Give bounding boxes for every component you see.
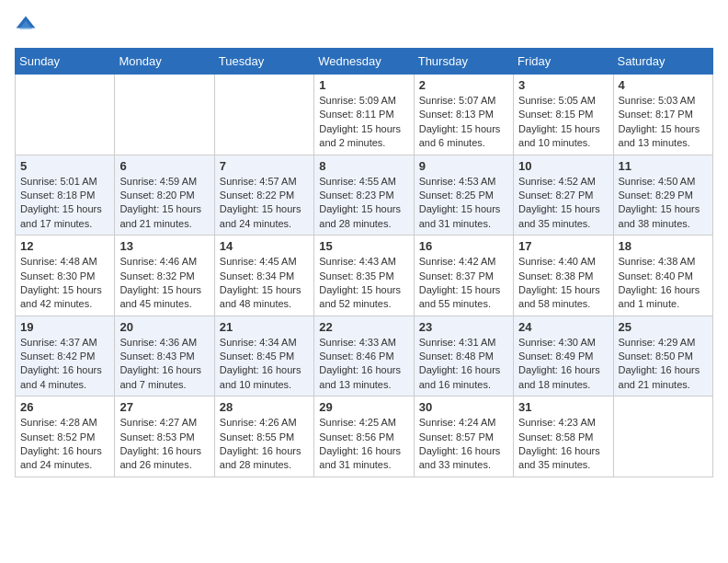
calendar-cell: 31Sunrise: 4:23 AMSunset: 8:58 PMDayligh… [514,396,613,477]
day-number: 27 [119,400,209,414]
calendar-cell: 22Sunrise: 4:33 AMSunset: 8:46 PMDayligh… [314,316,414,396]
calendar-week-row: 1Sunrise: 5:09 AMSunset: 8:11 PMDaylight… [16,75,713,155]
calendar-cell: 23Sunrise: 4:31 AMSunset: 8:48 PMDayligh… [414,316,513,396]
day-info: Sunrise: 5:07 AMSunset: 8:13 PMDaylight:… [419,94,508,151]
day-info: Sunrise: 4:24 AMSunset: 8:57 PMDaylight:… [419,416,508,473]
day-info: Sunrise: 4:52 AMSunset: 8:27 PMDaylight:… [518,175,608,232]
calendar-cell: 7Sunrise: 4:57 AMSunset: 8:22 PMDaylight… [214,155,313,236]
generalblue-logo-icon [15,15,37,37]
calendar-cell [613,396,712,477]
calendar-cell: 20Sunrise: 4:36 AMSunset: 8:43 PMDayligh… [115,316,214,396]
day-number: 12 [20,239,109,253]
calendar-cell: 19Sunrise: 4:37 AMSunset: 8:42 PMDayligh… [16,316,115,396]
day-info: Sunrise: 4:31 AMSunset: 8:48 PMDaylight:… [419,336,508,393]
calendar-cell: 2Sunrise: 5:07 AMSunset: 8:13 PMDaylight… [414,75,513,155]
day-number: 11 [619,159,708,173]
calendar-cell: 11Sunrise: 4:50 AMSunset: 8:29 PMDayligh… [613,155,712,236]
day-info: Sunrise: 4:34 AMSunset: 8:45 PMDaylight:… [220,336,309,393]
calendar-cell: 12Sunrise: 4:48 AMSunset: 8:30 PMDayligh… [16,236,115,316]
day-number: 5 [20,159,109,173]
day-info: Sunrise: 4:55 AMSunset: 8:23 PMDaylight:… [319,175,408,232]
day-info: Sunrise: 4:25 AMSunset: 8:56 PMDaylight:… [319,416,408,473]
weekday-header-monday: Monday [115,49,214,75]
day-number: 20 [119,320,209,334]
day-info: Sunrise: 4:48 AMSunset: 8:30 PMDaylight:… [20,255,109,312]
calendar-cell: 26Sunrise: 4:28 AMSunset: 8:52 PMDayligh… [16,396,115,477]
day-info: Sunrise: 5:03 AMSunset: 8:17 PMDaylight:… [619,94,708,151]
day-number: 23 [419,320,508,334]
day-info: Sunrise: 4:45 AMSunset: 8:34 PMDaylight:… [220,255,309,312]
day-number: 31 [518,400,608,414]
day-info: Sunrise: 5:05 AMSunset: 8:15 PMDaylight:… [518,94,608,151]
calendar-week-row: 12Sunrise: 4:48 AMSunset: 8:30 PMDayligh… [16,236,713,316]
day-info: Sunrise: 4:23 AMSunset: 8:58 PMDaylight:… [518,416,608,473]
day-number: 22 [319,320,408,334]
calendar-cell [115,75,214,155]
weekday-header-friday: Friday [514,49,613,75]
calendar-cell: 30Sunrise: 4:24 AMSunset: 8:57 PMDayligh… [414,396,513,477]
day-info: Sunrise: 4:40 AMSunset: 8:38 PMDaylight:… [518,255,608,312]
day-info: Sunrise: 4:59 AMSunset: 8:20 PMDaylight:… [119,175,209,232]
calendar-table: SundayMondayTuesdayWednesdayThursdayFrid… [15,48,713,477]
calendar-week-row: 19Sunrise: 4:37 AMSunset: 8:42 PMDayligh… [16,316,713,396]
day-number: 4 [619,78,708,92]
calendar-cell: 24Sunrise: 4:30 AMSunset: 8:49 PMDayligh… [514,316,613,396]
day-info: Sunrise: 4:29 AMSunset: 8:50 PMDaylight:… [619,336,708,393]
day-number: 7 [220,159,309,173]
day-number: 2 [419,78,508,92]
calendar-cell: 29Sunrise: 4:25 AMSunset: 8:56 PMDayligh… [314,396,414,477]
day-info: Sunrise: 4:57 AMSunset: 8:22 PMDaylight:… [220,175,309,232]
day-number: 9 [419,159,508,173]
calendar-cell: 6Sunrise: 4:59 AMSunset: 8:20 PMDaylight… [115,155,214,236]
day-info: Sunrise: 4:53 AMSunset: 8:25 PMDaylight:… [419,175,508,232]
day-number: 29 [319,400,408,414]
weekday-header-tuesday: Tuesday [214,49,313,75]
day-info: Sunrise: 4:37 AMSunset: 8:42 PMDaylight:… [20,336,109,393]
day-number: 8 [319,159,408,173]
calendar-cell: 15Sunrise: 4:43 AMSunset: 8:35 PMDayligh… [314,236,414,316]
day-info: Sunrise: 4:46 AMSunset: 8:32 PMDaylight:… [119,255,209,312]
day-number: 16 [419,239,508,253]
page-header [15,15,713,37]
day-number: 17 [518,239,608,253]
day-number: 3 [518,78,608,92]
day-info: Sunrise: 4:27 AMSunset: 8:53 PMDaylight:… [119,416,209,473]
day-number: 26 [20,400,109,414]
day-number: 1 [319,78,408,92]
day-info: Sunrise: 5:09 AMSunset: 8:11 PMDaylight:… [319,94,408,151]
day-number: 21 [220,320,309,334]
weekday-header-wednesday: Wednesday [314,49,414,75]
day-info: Sunrise: 4:33 AMSunset: 8:46 PMDaylight:… [319,336,408,393]
day-number: 25 [619,320,708,334]
day-number: 24 [518,320,608,334]
weekday-header-thursday: Thursday [414,49,513,75]
day-info: Sunrise: 4:38 AMSunset: 8:40 PMDaylight:… [619,255,708,312]
calendar-cell: 8Sunrise: 4:55 AMSunset: 8:23 PMDaylight… [314,155,414,236]
day-info: Sunrise: 5:01 AMSunset: 8:18 PMDaylight:… [20,175,109,232]
calendar-cell: 3Sunrise: 5:05 AMSunset: 8:15 PMDaylight… [514,75,613,155]
day-info: Sunrise: 4:36 AMSunset: 8:43 PMDaylight:… [119,336,209,393]
day-number: 19 [20,320,109,334]
calendar-cell: 5Sunrise: 5:01 AMSunset: 8:18 PMDaylight… [16,155,115,236]
calendar-cell [214,75,313,155]
calendar-cell: 16Sunrise: 4:42 AMSunset: 8:37 PMDayligh… [414,236,513,316]
calendar-cell: 21Sunrise: 4:34 AMSunset: 8:45 PMDayligh… [214,316,313,396]
weekday-header-sunday: Sunday [16,49,115,75]
calendar-cell: 9Sunrise: 4:53 AMSunset: 8:25 PMDaylight… [414,155,513,236]
logo [15,15,40,37]
calendar-cell: 25Sunrise: 4:29 AMSunset: 8:50 PMDayligh… [613,316,712,396]
day-info: Sunrise: 4:43 AMSunset: 8:35 PMDaylight:… [319,255,408,312]
calendar-cell: 14Sunrise: 4:45 AMSunset: 8:34 PMDayligh… [214,236,313,316]
day-number: 6 [119,159,209,173]
calendar-cell: 13Sunrise: 4:46 AMSunset: 8:32 PMDayligh… [115,236,214,316]
calendar-cell: 28Sunrise: 4:26 AMSunset: 8:55 PMDayligh… [214,396,313,477]
calendar-week-row: 5Sunrise: 5:01 AMSunset: 8:18 PMDaylight… [16,155,713,236]
calendar-cell: 27Sunrise: 4:27 AMSunset: 8:53 PMDayligh… [115,396,214,477]
calendar-header-row: SundayMondayTuesdayWednesdayThursdayFrid… [16,49,713,75]
day-info: Sunrise: 4:50 AMSunset: 8:29 PMDaylight:… [619,175,708,232]
day-number: 15 [319,239,408,253]
day-number: 28 [220,400,309,414]
calendar-cell: 1Sunrise: 5:09 AMSunset: 8:11 PMDaylight… [314,75,414,155]
weekday-header-saturday: Saturday [613,49,712,75]
day-number: 13 [119,239,209,253]
